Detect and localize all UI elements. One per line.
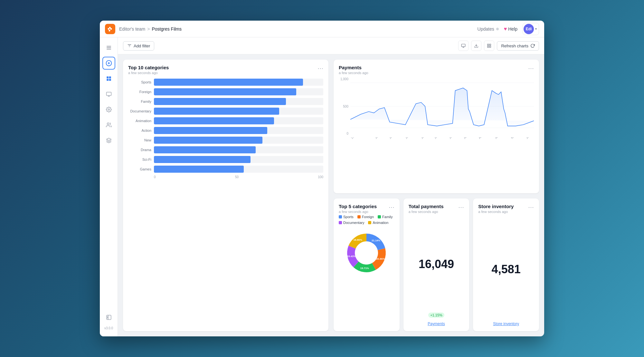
payments-subtitle: a few seconds ago: [339, 71, 368, 75]
bottom-charts-row: Top 5 categories a few seconds ago ⋯ Spo…: [334, 198, 539, 332]
bar-row: Sci-Fi: [128, 156, 323, 163]
toolbar: Add filter Refresh charts: [118, 37, 544, 54]
svg-rect-15: [107, 315, 111, 320]
bar-label: Foreign: [128, 90, 151, 94]
charts-grid: Top 10 categories a few seconds ago ⋯ Sp…: [118, 54, 544, 336]
svg-rect-26: [488, 46, 489, 47]
user-initials: Edi: [526, 27, 532, 31]
avatar: Edi: [524, 24, 534, 34]
legend-sports: Sports: [339, 215, 354, 219]
donut-chart-container: 21.14%20.86%19.71%19.43%18.86%: [339, 227, 394, 279]
bar-label: New: [128, 138, 151, 142]
legend-family: Family: [378, 215, 393, 219]
legend-foreign: Foreign: [357, 215, 374, 219]
svg-rect-9: [109, 79, 111, 81]
layout-button[interactable]: [484, 41, 494, 51]
sidebar-item-integrations[interactable]: [102, 134, 115, 147]
team-name[interactable]: Editor's team: [119, 26, 145, 32]
topbar: Editor's team > Postgres Films Updates ♥…: [100, 21, 544, 37]
embed-button[interactable]: [458, 41, 469, 51]
legend-dot-documentary: [339, 221, 342, 224]
donut-label: 21.14%: [372, 239, 380, 242]
bar-row: Documentary: [128, 108, 323, 115]
legend-documentary: Documentary: [339, 221, 364, 225]
refresh-charts-button[interactable]: Refresh charts: [497, 41, 539, 51]
top5-subtitle: a few seconds ago: [339, 210, 377, 214]
sidebar-item-users[interactable]: [102, 119, 115, 131]
top5-menu[interactable]: ⋯: [389, 204, 394, 211]
svg-rect-6: [107, 76, 109, 78]
store-inventory-subtitle: a few seconds ago: [478, 210, 514, 214]
bar-track: [154, 79, 323, 86]
donut-chart-svg: 21.14%20.86%19.71%19.43%18.86%: [341, 227, 392, 279]
sidebar-item-dashboard[interactable]: [102, 72, 115, 85]
svg-rect-20: [462, 44, 466, 47]
total-payments-card: Total payments a few seconds ago ⋯ 16,04…: [403, 198, 469, 332]
bar-label: Sci-Fi: [128, 158, 151, 161]
bar-fill: [154, 156, 251, 163]
bar-fill: [154, 98, 286, 105]
donut-legend: Sports Foreign Family: [339, 215, 394, 225]
sidebar-item-add[interactable]: [102, 57, 115, 70]
donut-label: 19.43%: [347, 255, 356, 257]
help-button[interactable]: ♥ Help: [504, 26, 517, 32]
bar-fill: [154, 137, 262, 144]
bar-row: Family: [128, 98, 323, 105]
sidebar-item-collapse[interactable]: [102, 311, 115, 324]
sidebar-item-settings[interactable]: [102, 103, 115, 116]
topbar-right: Updates ♥ Help Edi ▾: [478, 23, 539, 35]
sidebar: v3.0.0: [100, 37, 118, 336]
bar-track: [154, 98, 323, 105]
bar-fill: [154, 117, 274, 124]
payments-title: Payments: [339, 65, 368, 70]
bar-label: Action: [128, 129, 151, 132]
top-categories-chart: Top 10 categories a few seconds ago ⋯ Sp…: [123, 60, 328, 331]
svg-rect-7: [109, 76, 111, 78]
donut-label: 19.71%: [360, 266, 369, 269]
bar-row: Foreign: [128, 88, 323, 95]
version-label: v3.0.0: [104, 326, 113, 333]
bar-fill: [154, 88, 296, 95]
sidebar-item-menu[interactable]: [102, 41, 115, 54]
top-categories-menu[interactable]: ⋯: [317, 65, 323, 72]
legend-dot-animation: [368, 221, 371, 224]
bar-fill: [154, 79, 303, 86]
total-payments-value: 16,049: [419, 257, 454, 271]
updates-label: Updates: [478, 26, 494, 32]
chevron-down-icon: ▾: [535, 27, 537, 31]
top5-title: Top 5 categories: [339, 204, 377, 209]
user-menu-button[interactable]: Edi ▾: [523, 23, 539, 35]
total-payments-badge: +1.15%: [428, 313, 444, 318]
donut-label: 18.86%: [354, 238, 362, 241]
store-inventory-menu[interactable]: ⋯: [528, 204, 534, 211]
line-chart-svg: [350, 77, 534, 135]
bar-label: Sports: [128, 80, 151, 84]
bar-track: [154, 117, 323, 124]
store-inventory-link[interactable]: Store inventory: [493, 322, 519, 326]
sidebar-item-display[interactable]: [102, 88, 115, 101]
svg-rect-25: [490, 44, 491, 45]
payments-menu[interactable]: ⋯: [528, 65, 534, 72]
total-payments-subtitle: a few seconds ago: [409, 210, 444, 214]
bar-fill: [154, 127, 267, 134]
bar-track: [154, 137, 323, 144]
svg-rect-27: [490, 46, 491, 47]
download-button[interactable]: [471, 41, 481, 51]
total-payments-link[interactable]: Payments: [428, 322, 445, 326]
add-filter-button[interactable]: Add filter: [123, 41, 154, 51]
bar-track: [154, 88, 323, 95]
total-payments-menu[interactable]: ⋯: [458, 204, 464, 211]
bar-track: [154, 108, 323, 115]
svg-point-14: [107, 123, 109, 125]
toolbar-right: Refresh charts: [458, 41, 539, 51]
bar-label: Family: [128, 100, 151, 103]
updates-dot: [496, 28, 499, 30]
legend-dot-family: [378, 215, 381, 218]
main-layout: v3.0.0 Add filter: [100, 37, 544, 336]
bar-label: Documentary: [128, 109, 151, 113]
donut-center: [355, 242, 377, 264]
bar-fill: [154, 146, 256, 153]
bar-fill: [154, 108, 279, 115]
bar-row: Action: [128, 127, 323, 134]
project-name[interactable]: Postgres Films: [152, 26, 182, 32]
